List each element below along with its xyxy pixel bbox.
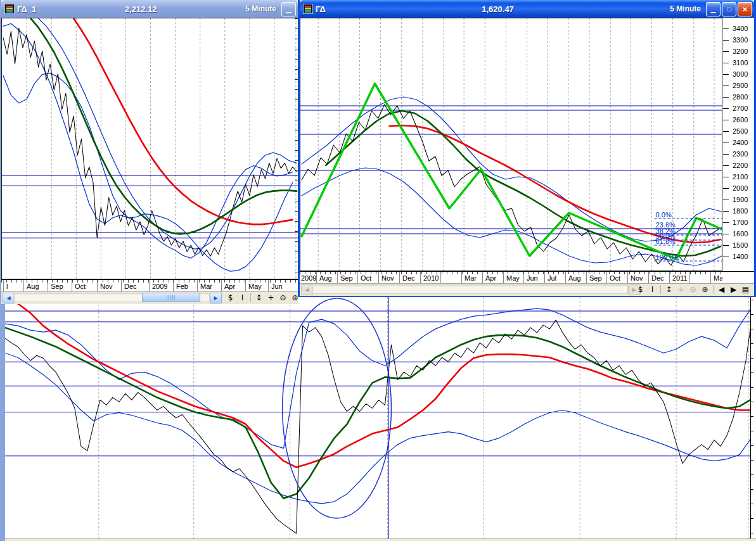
svg-text:0.0%: 0.0% xyxy=(656,211,672,219)
axis-tick xyxy=(606,272,607,283)
left-window-titlebar[interactable]: ΓΔ_1 2,212.12 5 Minute ▁ xyxy=(1,0,298,18)
axis-tick xyxy=(221,280,222,291)
axis-tick xyxy=(316,272,317,283)
pan-button[interactable]: + xyxy=(265,293,277,303)
x-axis-label: Oct xyxy=(361,274,371,282)
x-axis-label: 2009 xyxy=(152,283,167,290)
axis-tick xyxy=(23,280,24,291)
x-axis-label: Jun xyxy=(527,274,538,282)
axis-tick xyxy=(197,280,198,291)
y-axis-label: 3300 xyxy=(733,36,748,44)
right-window-titlebar[interactable]: ΓΔ 1,620.47 5 Minute ▁□× xyxy=(300,0,754,18)
y-axis-label: 1400 xyxy=(733,253,748,260)
maximize-button[interactable]: □ xyxy=(722,2,736,16)
axis-tick xyxy=(337,272,338,283)
y-axis-label: 2900 xyxy=(733,82,748,89)
right-chart-toolbar: $I↕+⊖⊕◀▶▤ xyxy=(634,284,752,295)
right-window-title: ΓΔ xyxy=(316,4,326,14)
y-axis-label: 2100 xyxy=(733,173,748,181)
x-axis-label: Nov xyxy=(631,274,643,282)
y-axis-label: 2300 xyxy=(733,150,748,158)
page-forward-button[interactable]: ▶ xyxy=(727,284,740,295)
y-axis-label: 1700 xyxy=(733,219,748,226)
background-chart-bottom-edge xyxy=(5,538,756,541)
axis-tick xyxy=(544,272,545,283)
x-axis-label: Dec xyxy=(124,283,137,290)
right-window-controls: ◀ ▶ $I↕+⊖⊕◀▶▤ xyxy=(300,283,754,296)
axis-tick xyxy=(245,280,246,291)
x-axis-label: Dec xyxy=(651,274,664,282)
y-axis-label: 3000 xyxy=(733,70,748,78)
x-axis-label: Feb xyxy=(176,283,188,290)
left-x-axis: lAugSepOctNovDec2009FebMarAprMayJun xyxy=(1,279,298,291)
y-axis-label: 2200 xyxy=(733,162,748,169)
pan-button[interactable]: + xyxy=(675,284,687,295)
right-chart-plot[interactable]: 0.0%23.6%38.2%50.0%61.8%100.0% xyxy=(300,18,722,271)
zoom-in-button[interactable]: ⊕ xyxy=(699,284,711,295)
y-axis-label: 2700 xyxy=(733,105,748,112)
background-chart-window xyxy=(0,296,756,541)
axis-tick xyxy=(149,280,150,291)
axis-corner xyxy=(722,271,754,283)
axis-tick xyxy=(357,272,358,283)
chart-window-icon xyxy=(303,4,313,14)
x-axis-label: Ma xyxy=(714,274,722,282)
axis-tick xyxy=(72,280,72,291)
x-axis-label: Jul xyxy=(548,274,556,282)
page-list-button[interactable]: ▤ xyxy=(740,284,752,295)
axis-tick xyxy=(648,272,649,283)
left-chart-plot[interactable] xyxy=(1,18,298,279)
y-axis-label: 1600 xyxy=(733,230,748,238)
scrollbar-thumb[interactable] xyxy=(142,293,200,302)
right-chart-window: ΓΔ 1,620.47 5 Minute ▁□× 0.0%23.6%38.2%5… xyxy=(298,0,756,296)
axis-tick xyxy=(710,272,711,283)
scrollbar-track[interactable] xyxy=(312,284,628,294)
scroll-right-button[interactable]: ▶ xyxy=(210,293,222,303)
right-chart-y-axis: 3400330032003100300029002800270026002500… xyxy=(722,18,754,271)
axis-tick xyxy=(399,272,400,283)
toolbar-separator xyxy=(250,293,251,302)
x-axis-label: l xyxy=(6,283,8,290)
x-axis-label: Dec xyxy=(402,274,415,282)
axis-tick xyxy=(268,280,269,291)
x-axis-label: Sep xyxy=(589,274,602,282)
background-chart-plot[interactable] xyxy=(5,297,750,538)
vertical-zoom-button[interactable]: ↕ xyxy=(253,293,265,303)
minimize-button[interactable]: ▁ xyxy=(281,2,296,16)
right-x-axis: 2009AugSepOctNovDec2010MarAprMayJunJulAu… xyxy=(300,271,722,283)
axis-tick xyxy=(440,272,441,283)
axis-tick xyxy=(586,272,587,283)
vertical-zoom-button[interactable]: ↕ xyxy=(663,284,675,295)
zoom-out-button[interactable]: ⊖ xyxy=(687,284,699,295)
x-axis-label: Nov xyxy=(100,283,113,290)
x-axis-label: 2011 xyxy=(672,274,688,282)
page-back-button[interactable]: ◀ xyxy=(715,284,727,295)
rescale-button[interactable]: $ xyxy=(224,293,236,303)
axis-tick xyxy=(627,272,628,283)
axis-tick xyxy=(503,272,504,283)
close-button[interactable]: × xyxy=(738,2,752,16)
left-window-last-value: 2,212.12 xyxy=(36,4,245,14)
axis-tick xyxy=(97,280,98,291)
axis-tick xyxy=(669,272,670,283)
x-axis-label: 2009 xyxy=(301,274,316,282)
crosshair-button[interactable]: I xyxy=(646,284,658,295)
x-axis-label: Oct xyxy=(75,283,86,290)
toolbar-separator xyxy=(660,285,661,294)
chart-window-icon xyxy=(4,4,15,14)
svg-text:100.0%: 100.0% xyxy=(656,253,680,261)
axis-tick xyxy=(48,280,48,291)
zoom-out-button[interactable]: ⊖ xyxy=(277,293,289,303)
axis-tick xyxy=(3,280,4,291)
x-axis-label: Mar xyxy=(464,274,477,282)
x-axis-label: Aug xyxy=(568,274,581,282)
crosshair-button[interactable]: I xyxy=(236,293,248,303)
axis-tick xyxy=(523,272,524,283)
y-axis-label: 2000 xyxy=(733,184,748,192)
left-window-title: ΓΔ_1 xyxy=(17,4,36,14)
x-axis-label: Apr xyxy=(224,283,235,290)
rescale-button[interactable]: $ xyxy=(634,284,646,295)
x-axis-label: Nov xyxy=(381,274,394,282)
minimize-button[interactable]: ▁ xyxy=(706,2,721,16)
y-axis-label: 3100 xyxy=(733,59,748,67)
